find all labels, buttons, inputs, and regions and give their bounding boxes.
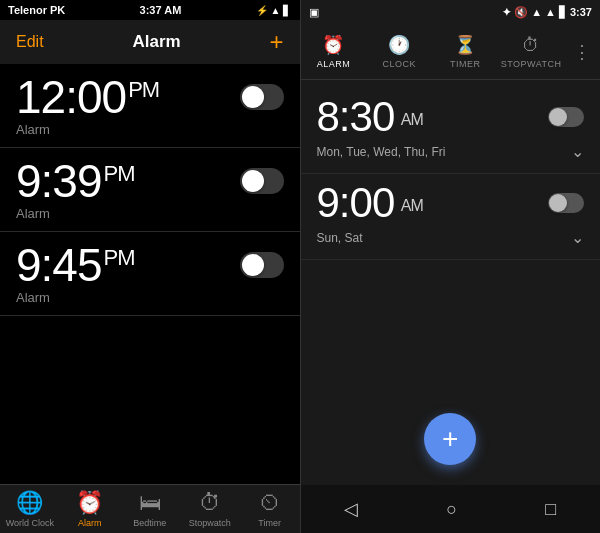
android-tab-clock[interactable]: 🕐 CLOCK [366,26,432,77]
ios-alarm-item[interactable]: 9:39PM Alarm [0,148,300,232]
ios-tab-alarm-label: Alarm [78,518,102,528]
stopwatch-icon: ⏱ [199,490,221,516]
ios-bluetooth-icon: ⚡ [256,5,268,16]
ios-tab-stopwatch[interactable]: ⏱ Stopwatch [180,490,240,528]
android-alarm-item-1[interactable]: 9:00 AM Sun, Sat ⌄ [301,174,601,260]
ios-alarm-ampm-1: PM [104,161,135,186]
ios-tab-world-clock[interactable]: 🌐 World Clock [0,490,60,528]
android-tab-timer[interactable]: ⏳ TIMER [432,26,498,77]
android-alarm-time-row-0: 8:30 AM [317,96,585,138]
android-alarms-list: 8:30 AM Mon, Tue, Wed, Thu, Fri ⌄ 9:00 A… [301,80,601,485]
android-tab-more[interactable]: ⋮ [564,41,600,63]
android-alarm-days-1: Sun, Sat [317,231,363,245]
ios-panel: Telenor PK 3:37 AM ⚡ ▲ ▋ Edit Alarm + 12… [0,0,300,533]
android-clock-tab-label: CLOCK [383,59,417,69]
android-more-icon: ⋮ [573,41,591,63]
ios-toggle-knob [242,254,264,276]
android-battery-icon: ▋ [559,6,567,19]
android-tab-stopwatch[interactable]: ⏱ STOPWATCH [498,27,564,77]
ios-alarm-time-2: 9:45PM [16,242,135,288]
android-stopwatch-tab-label: STOPWATCH [501,59,562,69]
ios-tab-bar: 🌐 World Clock ⏰ Alarm 🛏 Bedtime ⏱ Stopwa… [0,484,300,533]
ios-alarm-time-0: 12:00PM [16,74,159,120]
android-time: 3:37 [570,6,592,18]
android-alarm-tab-icon: ⏰ [322,34,344,56]
android-bluetooth-icon: ✦ [502,6,511,19]
ios-wifi-icon: ▲ [271,5,281,16]
ios-alarms-list: 12:00PM Alarm 9:39PM Alarm [0,64,300,484]
ios-toggle-knob [242,170,264,192]
ios-alarm-ampm-0: PM [128,77,159,102]
ios-alarm-toggle-1[interactable] [240,168,284,194]
android-status-notification: ▣ [309,6,319,19]
android-tab-alarm[interactable]: ⏰ ALARM [301,26,367,77]
android-alarm-days-row-0: Mon, Tue, Wed, Thu, Fri ⌄ [317,142,585,169]
ios-alarm-time-row: 9:45PM [16,242,284,288]
ios-alarm-item[interactable]: 9:45PM Alarm [0,232,300,316]
android-alarm-toggle-1[interactable] [548,193,584,213]
android-notification-icon: ▣ [309,6,319,18]
android-back-button[interactable]: ◁ [344,498,358,520]
android-panel: ▣ ✦ 🔇 ▲ ▲ ▋ 3:37 ⏰ ALARM 🕐 CLOCK ⏳ TIMER… [301,0,601,533]
ios-tab-timer[interactable]: ⏲ Timer [240,490,300,528]
ios-tab-timer-label: Timer [258,518,281,528]
android-alarm-chevron-0[interactable]: ⌄ [571,142,584,161]
ios-page-title: Alarm [132,32,180,52]
alarm-icon: ⏰ [76,490,103,516]
ios-alarm-label-2: Alarm [16,290,284,305]
ios-tab-bedtime-label: Bedtime [133,518,166,528]
android-clock-tab-icon: 🕐 [388,34,410,56]
android-alarm-chevron-1[interactable]: ⌄ [571,228,584,247]
android-volume-icon: 🔇 [514,6,528,19]
android-timer-tab-icon: ⏳ [454,34,476,56]
android-toggle-knob [549,194,567,212]
ios-battery-icon: ▋ [283,5,291,16]
ios-tab-world-clock-label: World Clock [6,518,54,528]
globe-icon: 🌐 [16,490,43,516]
android-alarm-days-row-1: Sun, Sat ⌄ [317,228,585,255]
ios-alarm-item[interactable]: 12:00PM Alarm [0,64,300,148]
ios-edit-button[interactable]: Edit [16,33,44,51]
ios-alarm-time-1: 9:39PM [16,158,135,204]
timer-icon: ⏲ [259,490,281,516]
ios-time: 3:37 AM [140,4,182,16]
android-alarm-ampm-0: AM [398,111,423,128]
android-timer-tab-label: TIMER [450,59,481,69]
android-alarm-tab-label: ALARM [317,59,351,69]
android-alarm-time-0: 8:30 AM [317,96,423,138]
ios-tab-alarm[interactable]: ⏰ Alarm [60,490,120,528]
ios-alarm-label-0: Alarm [16,122,284,137]
ios-tab-bedtime[interactable]: 🛏 Bedtime [120,490,180,528]
ios-nav-bar: Edit Alarm + [0,20,300,64]
android-stopwatch-tab-icon: ⏱ [522,35,540,56]
ios-toggle-knob [242,86,264,108]
ios-alarm-label-1: Alarm [16,206,284,221]
android-alarm-item-0[interactable]: 8:30 AM Mon, Tue, Wed, Thu, Fri ⌄ [301,88,601,174]
android-alarm-time-row-1: 9:00 AM [317,182,585,224]
android-toggle-knob [549,108,567,126]
android-fab-plus-icon: + [442,423,458,455]
android-wifi-icon: ▲ [545,6,556,18]
ios-alarm-toggle-2[interactable] [240,252,284,278]
ios-status-bar: Telenor PK 3:37 AM ⚡ ▲ ▋ [0,0,300,20]
ios-alarm-toggle-0[interactable] [240,84,284,110]
android-signal-icon: ▲ [531,6,542,18]
ios-tab-stopwatch-label: Stopwatch [189,518,231,528]
ios-alarm-time-row: 12:00PM [16,74,284,120]
ios-add-button[interactable]: + [269,30,283,54]
android-home-button[interactable]: ○ [446,499,457,520]
android-alarm-ampm-1: AM [398,197,423,214]
android-status-right: ✦ 🔇 ▲ ▲ ▋ 3:37 [502,6,592,19]
android-nav-bar: ◁ ○ □ [301,485,601,533]
android-fab-add[interactable]: + [424,413,476,465]
android-alarm-time-1: 9:00 AM [317,182,423,224]
ios-alarm-ampm-2: PM [104,245,135,270]
android-recent-button[interactable]: □ [545,499,556,520]
android-tab-bar: ⏰ ALARM 🕐 CLOCK ⏳ TIMER ⏱ STOPWATCH ⋮ [301,24,601,80]
android-alarm-days-0: Mon, Tue, Wed, Thu, Fri [317,145,446,159]
android-status-bar: ▣ ✦ 🔇 ▲ ▲ ▋ 3:37 [301,0,601,24]
ios-status-icons: ⚡ ▲ ▋ [256,5,292,16]
ios-alarm-time-row: 9:39PM [16,158,284,204]
ios-carrier: Telenor PK [8,4,65,16]
android-alarm-toggle-0[interactable] [548,107,584,127]
